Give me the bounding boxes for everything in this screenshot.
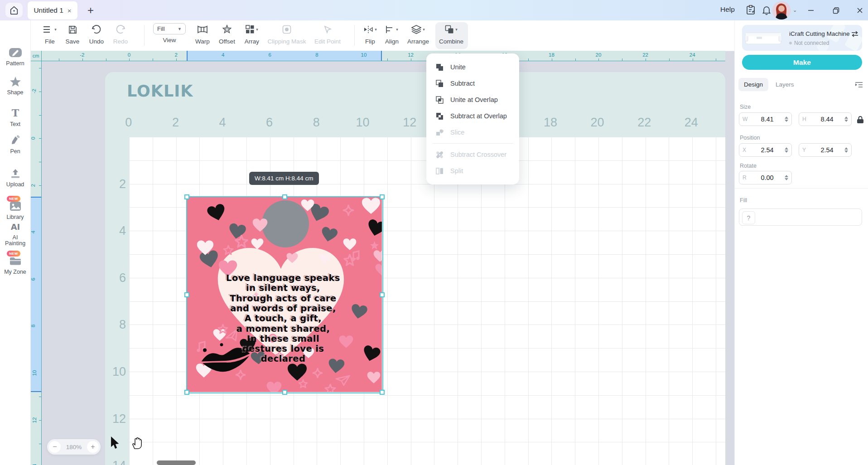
sidebar-item-shape[interactable]: Shape	[0, 76, 30, 96]
position-y-field[interactable]: Y 2.54	[799, 143, 852, 157]
panel-divider	[735, 188, 868, 189]
height-field[interactable]: H 8.44	[799, 112, 852, 126]
make-button[interactable]: Make	[742, 55, 862, 70]
menu-item-subtract-crossover: Subtract Crossover	[426, 146, 519, 163]
canvas-viewport[interactable]: LOKLIK 024681012141618202224 2468101214 …	[42, 61, 734, 465]
width-field[interactable]: W 8.41	[739, 112, 792, 126]
view-mode-select[interactable]: Fill▼	[153, 23, 186, 34]
user-avatar[interactable]	[772, 1, 791, 19]
svg-text:declared: declared	[261, 354, 306, 364]
design-artwork[interactable]: Love language speaksLove language speaks…	[187, 197, 382, 392]
new-tab-button[interactable]: +	[84, 4, 97, 17]
avatar-chevron-down-icon[interactable]: ⌄	[793, 7, 797, 13]
notifications-bell-icon[interactable]	[761, 5, 773, 16]
array-button[interactable]: ▾ Array	[232, 23, 271, 45]
mat-ruler-number: 10	[111, 365, 126, 379]
hand-tool-cursor-icon	[130, 436, 144, 450]
unite-icon	[435, 63, 444, 72]
ruler-number: 24	[690, 52, 695, 58]
slice-icon	[435, 128, 444, 137]
arrange-icon: ▾	[411, 23, 425, 36]
redo-button[interactable]: Redo	[101, 23, 140, 45]
ruler-number: 10	[361, 52, 367, 58]
sidebar-item-ai-painting[interactable]: AIAIPainting	[0, 221, 30, 247]
unite-overlap-icon	[435, 96, 444, 104]
menu-divider	[433, 143, 513, 144]
array-icon: ▾	[246, 23, 258, 36]
rotate-label: Rotate	[740, 163, 757, 169]
machine-name: iCraft Cutting Machine	[789, 30, 850, 37]
sidebar-item-upload[interactable]: Upload	[0, 168, 30, 188]
ruler-number: 20	[596, 52, 602, 58]
collapse-panel-icon[interactable]	[855, 81, 863, 88]
width-stepper[interactable]	[785, 116, 788, 122]
maximize-button[interactable]	[830, 5, 841, 16]
edit-point-button[interactable]: Edit Point	[308, 23, 347, 45]
aspect-lock-icon[interactable]	[857, 116, 864, 124]
sidebar-item-text[interactable]: TText	[0, 107, 30, 127]
menu-item-subtract[interactable]: Subtract	[426, 75, 519, 92]
tab-design[interactable]: Design	[738, 78, 768, 91]
fill-swatch-button[interactable]: ?	[742, 211, 755, 224]
rotate-field[interactable]: R 0.00	[739, 171, 792, 184]
clipping-mask-icon	[282, 23, 291, 36]
loklik-logo: LOKLIK	[127, 82, 193, 100]
ruler-number: -2	[80, 52, 84, 58]
mat-ruler-number: 22	[637, 116, 651, 130]
machine-status: Not connected	[789, 40, 829, 46]
horizontal-scrollbar[interactable]	[157, 460, 196, 465]
rotate-stepper[interactable]	[785, 175, 788, 180]
sidebar-item-pattern[interactable]: Pattern	[0, 47, 30, 67]
menu-item-label: Subtract at Overlap	[450, 112, 507, 120]
combine-button[interactable]: ▾ Combine	[432, 23, 471, 45]
switch-machine-icon[interactable]	[851, 31, 858, 37]
position-x-stepper[interactable]	[785, 147, 788, 153]
menu-item-subtract-at-overlap[interactable]: Subtract at Overlap	[426, 108, 519, 124]
mat-ruler-number: 4	[219, 116, 226, 130]
ruler-number: 0	[128, 52, 130, 58]
select-tool-cursor-icon	[110, 436, 122, 450]
zoom-out-button[interactable]: −	[49, 441, 61, 453]
mat-ruler-number: 4	[111, 224, 126, 238]
close-tab-icon[interactable]: ×	[68, 7, 72, 15]
new-badge: NEW	[7, 251, 20, 257]
position-x-field[interactable]: X 2.54	[739, 143, 792, 157]
zoom-in-button[interactable]: +	[87, 441, 99, 453]
menu-item-split: Split	[426, 163, 519, 179]
menu-item-label: Split	[450, 167, 463, 174]
minimize-button[interactable]	[805, 5, 816, 16]
menu-item-unite-at-overlap[interactable]: Unite at Overlap	[426, 92, 519, 108]
home-button[interactable]	[5, 3, 23, 18]
mat-ruler-number: 24	[685, 116, 698, 130]
sidebar-item-library[interactable]: NEWLibrary	[0, 200, 30, 220]
tasks-clipboard-icon[interactable]	[745, 5, 757, 16]
svg-text:AI: AI	[10, 222, 20, 231]
fill-control[interactable]: ?	[739, 208, 862, 226]
menu-item-unite[interactable]: Unite	[426, 59, 519, 75]
selected-design-object[interactable]: Love language speaksLove language speaks…	[187, 197, 382, 392]
horizontal-ruler-selection-highlight	[187, 51, 382, 61]
clipping-mask-button[interactable]: Clipping Mask	[267, 23, 306, 45]
application-window: Untitled 1 × + Help ⌄ ▾ File	[0, 0, 868, 465]
mat-ruler-number: 8	[313, 116, 320, 130]
warp-icon	[197, 23, 208, 36]
height-stepper[interactable]	[844, 116, 848, 122]
help-button[interactable]: Help	[720, 5, 735, 14]
new-badge: NEW	[7, 196, 20, 202]
position-y-stepper[interactable]	[844, 147, 848, 153]
mat-ruler-number: 10	[356, 116, 370, 130]
document-tab[interactable]: Untitled 1 ×	[28, 1, 77, 19]
position-label: Position	[740, 135, 760, 141]
pattern-icon	[8, 47, 23, 58]
tab-layers[interactable]: Layers	[770, 78, 800, 91]
close-window-button[interactable]	[854, 5, 865, 16]
sidebar-item-label: My Zone	[4, 269, 26, 275]
document-tab-title: Untitled 1	[34, 6, 63, 15]
sidebar-item-my-zone[interactable]: NEWMy Zone	[0, 255, 30, 275]
sidebar-item-label: Shape	[7, 90, 23, 96]
menu-item-label: Slice	[450, 129, 464, 136]
sidebar-item-pen[interactable]: Pen	[0, 135, 30, 155]
machine-card[interactable]: iCraft Cutting Machine Not connected	[742, 25, 862, 51]
ruler-number: 18	[549, 52, 555, 58]
subtract-icon	[435, 79, 444, 88]
